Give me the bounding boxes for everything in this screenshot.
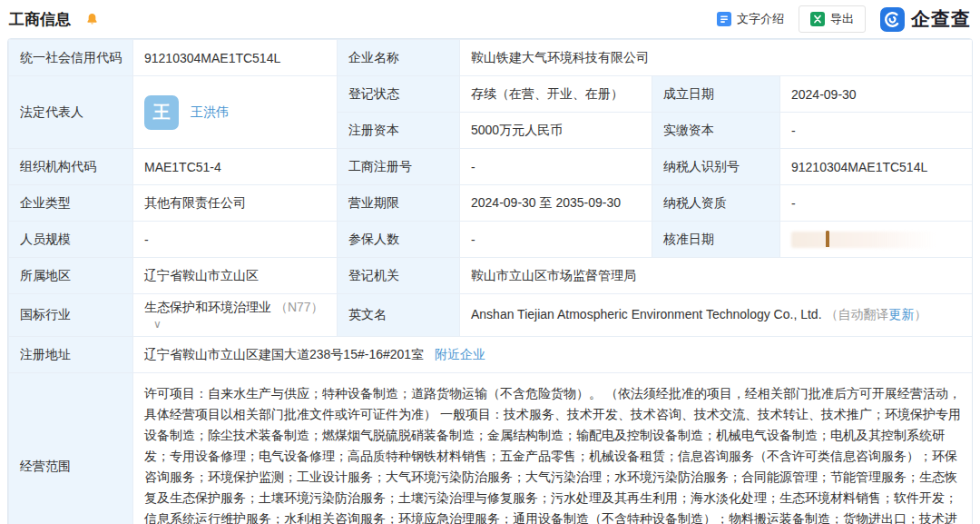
taxpayer-id-value: 91210304MAE1TC514L: [780, 149, 973, 185]
table-row: 注册地址 辽宁省鞍山市立山区建国大道238号15#-16#201室 附近企业: [9, 337, 973, 373]
credit-code-value: 91210304MAE1TC514L: [133, 40, 338, 76]
industry-label: 国标行业: [9, 294, 133, 337]
reg-no-value: -: [460, 149, 652, 185]
text-intro-label: 文字介绍: [737, 11, 784, 27]
excel-icon: [810, 12, 825, 26]
business-term-label: 营业期限: [338, 185, 460, 222]
blurred-value: [791, 232, 936, 248]
insured-num-label: 参保人数: [338, 222, 460, 258]
table-row: 统一社会信用代码 91210304MAE1TC514L 企业名称 鞍山铁建大气环…: [9, 40, 973, 76]
table-row: 组织机构代码 MAE1TC51-4 工商注册号 - 纳税人识别号 9121030…: [9, 149, 973, 185]
paid-capital-value: -: [780, 113, 973, 149]
auto-translate-note-close: ）: [914, 307, 926, 321]
qichacha-logo-icon: [880, 7, 905, 32]
business-info-table: 统一社会信用代码 91210304MAE1TC514L 企业名称 鞍山铁建大气环…: [7, 38, 973, 524]
credit-code-label: 统一社会信用代码: [9, 40, 133, 76]
reg-status-value: 存续（在营、开业、在册）: [460, 76, 652, 113]
reg-authority-label: 登记机关: [338, 258, 460, 294]
industry-value: 生态保护和环境治理业 （N77） ∨: [133, 294, 338, 337]
page-header: 工商信息 文字介绍 导出: [0, 0, 980, 38]
reg-address-text: 辽宁省鞍山市立山区建国大道238号15#-16#201室: [144, 347, 424, 361]
reg-capital-label: 注册资本: [338, 113, 460, 149]
legal-rep-cell: 王 王洪伟: [133, 76, 338, 149]
export-label: 导出: [830, 11, 854, 27]
company-name-label: 企业名称: [338, 40, 460, 76]
table-row: 企业类型 其他有限责任公司 营业期限 2024-09-30 至 2035-09-…: [9, 185, 973, 222]
business-term-value: 2024-09-30 至 2035-09-30: [460, 185, 652, 222]
qichacha-brand-text: 企查查: [911, 6, 971, 32]
business-scope-label: 经营范围: [9, 373, 133, 524]
region-label: 所属地区: [9, 258, 133, 294]
approval-date-label: 核准日期: [652, 222, 780, 258]
english-name-label: 英文名: [338, 294, 460, 337]
paid-capital-label: 实缴资本: [652, 113, 780, 149]
chevron-down-icon[interactable]: ∨: [153, 318, 162, 331]
reg-address-value: 辽宁省鞍山市立山区建国大道238号15#-16#201室 附近企业: [133, 337, 973, 373]
business-scope-value: 许可项目：自来水生产与供应；特种设备制造；道路货物运输（不含危险货物）。 （依法…: [133, 373, 973, 524]
staff-size-value: -: [133, 222, 338, 258]
english-name-text: Anshan Tiejian Atmospheric Environment T…: [471, 307, 822, 321]
est-date-value: 2024-09-30: [780, 76, 973, 113]
text-intro-button[interactable]: 文字介绍: [717, 11, 784, 27]
table-row: 国标行业 生态保护和环境治理业 （N77） ∨ 英文名 Anshan Tieji…: [9, 294, 973, 337]
industry-code: （N77）: [275, 300, 324, 314]
table-row: 人员规模 - 参保人数 - 核准日期: [9, 222, 973, 258]
org-code-label: 组织机构代码: [9, 149, 133, 185]
org-code-value: MAE1TC51-4: [133, 149, 338, 185]
approval-date-value: [780, 222, 973, 258]
company-type-label: 企业类型: [9, 185, 133, 222]
reg-capital-value: 5000万元人民币: [460, 113, 652, 149]
reg-address-label: 注册地址: [9, 337, 133, 373]
lock-icon[interactable]: [826, 232, 838, 246]
industry-name: 生态保护和环境治理业: [144, 300, 271, 314]
taxpayer-qual-value: -: [780, 185, 973, 222]
english-name-value: Anshan Tiejian Atmospheric Environment T…: [460, 294, 973, 337]
bell-icon[interactable]: [85, 12, 99, 26]
staff-size-label: 人员规模: [9, 222, 133, 258]
insured-num-value: -: [460, 222, 652, 258]
reg-authority-value: 鞍山市立山区市场监督管理局: [460, 258, 973, 294]
legal-rep-avatar[interactable]: 王: [144, 95, 179, 130]
company-name-value: 鞍山铁建大气环境科技有限公司: [460, 40, 973, 76]
auto-translate-note: （自动翻译: [825, 307, 888, 321]
document-icon: [717, 12, 731, 26]
table-row: 法定代表人 王 王洪伟 登记状态 存续（在营、开业、在册） 成立日期 2024-…: [9, 76, 973, 113]
qichacha-logo[interactable]: 企查查: [880, 6, 971, 32]
legal-rep-label: 法定代表人: [9, 76, 133, 149]
region-value: 辽宁省鞍山市立山区: [133, 258, 338, 294]
reg-no-label: 工商注册号: [338, 149, 460, 185]
nearby-companies-link[interactable]: 附近企业: [435, 347, 485, 361]
translate-update-link[interactable]: 更新: [888, 307, 914, 321]
taxpayer-qual-label: 纳税人资质: [652, 185, 780, 222]
page-title: 工商信息: [9, 9, 71, 30]
export-button[interactable]: 导出: [799, 5, 866, 33]
legal-rep-name-link[interactable]: 王洪伟: [191, 104, 229, 121]
est-date-label: 成立日期: [652, 76, 780, 113]
table-row: 所属地区 辽宁省鞍山市立山区 登记机关 鞍山市立山区市场监督管理局: [9, 258, 973, 294]
reg-status-label: 登记状态: [338, 76, 460, 113]
taxpayer-id-label: 纳税人识别号: [652, 149, 780, 185]
table-row: 经营范围 许可项目：自来水生产与供应；特种设备制造；道路货物运输（不含危险货物）…: [9, 373, 973, 524]
company-type-value: 其他有限责任公司: [133, 185, 338, 222]
